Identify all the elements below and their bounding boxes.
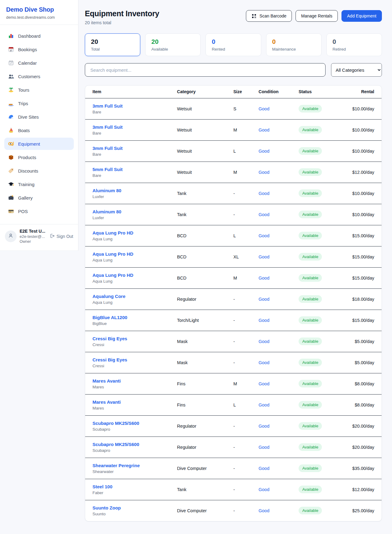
sidebar-item-dashboard[interactable]: Dashboard <box>4 30 74 42</box>
status-cell: Available <box>299 267 343 288</box>
condition-link[interactable]: Good <box>258 233 269 238</box>
condition-link[interactable]: Good <box>258 339 269 344</box>
size-cell: M <box>233 162 258 183</box>
rental-price: $15.00/day <box>343 310 382 331</box>
category-filter-select[interactable]: All Categories <box>331 63 382 77</box>
user-meta: E2E Test U... e2e-tester@... Owner <box>20 229 50 244</box>
condition-link[interactable]: Good <box>258 318 269 323</box>
sidebar-item-tours[interactable]: Tours <box>4 84 74 96</box>
condition-link[interactable]: Good <box>258 381 269 386</box>
sidebar-item-training[interactable]: Training <box>4 178 74 190</box>
training-icon <box>8 181 14 187</box>
item-name-link[interactable]: Steel 100 <box>92 484 175 489</box>
customers-icon <box>8 73 14 79</box>
status-cell: Available <box>299 162 343 183</box>
item-brand: Mares <box>92 385 175 389</box>
item-name-link[interactable]: 3mm Full Suit <box>92 103 175 109</box>
sign-out-button[interactable]: Sign Out <box>50 233 73 239</box>
size-cell: - <box>233 331 258 352</box>
table-row: Aluminum 80LuxferTank-GoodAvailable$10.0… <box>85 204 382 225</box>
item-name-link[interactable]: Mares Avanti <box>92 399 175 405</box>
stat-card-maintenance[interactable]: 0Maintenance <box>266 33 322 56</box>
condition-link[interactable]: Good <box>258 149 269 154</box>
condition-link[interactable]: Good <box>258 445 269 450</box>
item-brand: Scubapro <box>92 448 175 453</box>
size-cell: XL <box>233 246 258 267</box>
sidebar-item-boats[interactable]: Boats <box>4 124 74 136</box>
item-cell: Scubapro MK25/S600Scubapro <box>85 415 177 437</box>
condition-link[interactable]: Good <box>258 128 269 132</box>
rental-price: $5.00/day <box>343 352 382 373</box>
rental-price: $10.00/day <box>343 140 382 162</box>
status-badge: Available <box>299 211 322 218</box>
sidebar-item-discounts[interactable]: Discounts <box>4 165 74 177</box>
scan-barcode-button[interactable]: Scan Barcode <box>246 10 292 22</box>
sidebar-item-label: Tours <box>18 87 29 93</box>
item-name-link[interactable]: Aqualung Core <box>92 294 175 299</box>
sidebar-item-gallery[interactable]: Gallery <box>4 192 74 204</box>
item-name-link[interactable]: Shearwater Peregrine <box>92 463 175 468</box>
stat-card-retired[interactable]: 0Retired <box>326 33 382 56</box>
status-badge: Available <box>299 274 322 282</box>
item-name-link[interactable]: 3mm Full Suit <box>92 124 175 130</box>
filter-bar: All Categories <box>85 63 382 77</box>
condition-link[interactable]: Good <box>258 466 269 471</box>
category-cell: Fins <box>177 394 233 415</box>
search-input[interactable] <box>85 63 326 77</box>
condition-link[interactable]: Good <box>258 276 269 280</box>
condition-link[interactable]: Good <box>258 254 269 259</box>
page-header: Equipment Inventory 20 items total Scan … <box>85 9 382 25</box>
add-equipment-button[interactable]: Add Equipment <box>341 10 382 22</box>
condition-link[interactable]: Good <box>258 360 269 365</box>
sidebar-item-equipment[interactable]: Equipment <box>4 138 74 150</box>
item-name-link[interactable]: Mares Avanti <box>92 378 175 383</box>
item-name-link[interactable]: Aqua Lung Pro HD <box>92 230 175 235</box>
item-name-link[interactable]: Aqua Lung Pro HD <box>92 273 175 278</box>
stat-card-available[interactable]: 20Available <box>145 33 201 56</box>
item-name-link[interactable]: Scubapro MK25/S600 <box>92 421 175 426</box>
stat-card-total[interactable]: 20Total <box>85 33 140 56</box>
sidebar-item-bookings[interactable]: 17Bookings <box>4 43 74 55</box>
condition-link[interactable]: Good <box>258 170 269 175</box>
condition-link[interactable]: Good <box>258 297 269 302</box>
sidebar-item-customers[interactable]: Customers <box>4 70 74 82</box>
sidebar-item-label: Products <box>18 155 36 160</box>
shop-domain: demo.test.divestreams.com <box>6 15 72 20</box>
item-name-link[interactable]: Scubapro MK25/S600 <box>92 442 175 447</box>
condition-link[interactable]: Good <box>258 508 269 513</box>
status-cell: Available <box>299 500 343 521</box>
item-name-link[interactable]: Cressi Big Eyes <box>92 336 175 341</box>
dive-sites-icon <box>8 114 14 120</box>
item-cell: Mares AvantiMares <box>85 373 177 394</box>
condition-cell: Good <box>258 183 299 204</box>
item-cell: Aluminum 80Luxfer <box>85 204 177 225</box>
item-brand: Suunto <box>92 512 175 516</box>
sidebar-item-dive-sites[interactable]: Dive Sites <box>4 111 74 123</box>
condition-link[interactable]: Good <box>258 212 269 217</box>
condition-link[interactable]: Good <box>258 106 269 111</box>
status-badge: Available <box>299 126 322 134</box>
item-brand: Luxfer <box>92 216 175 220</box>
condition-link[interactable]: Good <box>258 191 269 196</box>
condition-link[interactable]: Good <box>258 487 269 492</box>
condition-cell: Good <box>258 352 299 373</box>
item-name-link[interactable]: 3mm Full Suit <box>92 146 175 151</box>
item-name-link[interactable]: Aluminum 80 <box>92 188 175 193</box>
sidebar-item-products[interactable]: Products <box>4 151 74 163</box>
stat-card-rented[interactable]: 0Rented <box>205 33 261 56</box>
sidebar-item-trips[interactable]: Trips <box>4 97 74 109</box>
manage-rentals-button[interactable]: Manage Rentals <box>296 10 338 22</box>
condition-link[interactable]: Good <box>258 402 269 407</box>
sidebar-item-calendar[interactable]: Calendar <box>4 57 74 69</box>
item-name-link[interactable]: Aluminum 80 <box>92 209 175 214</box>
scan-barcode-label: Scan Barcode <box>259 13 286 18</box>
condition-link[interactable]: Good <box>258 424 269 429</box>
item-cell: 5mm Full SuitBare <box>85 162 177 183</box>
item-name-link[interactable]: 5mm Full Suit <box>92 167 175 172</box>
size-cell: - <box>233 310 258 331</box>
item-name-link[interactable]: Aqua Lung Pro HD <box>92 251 175 257</box>
item-name-link[interactable]: Suunto Zoop <box>92 505 175 510</box>
item-name-link[interactable]: BigBlue AL1200 <box>92 315 175 320</box>
sidebar-item-pos[interactable]: POS <box>4 205 74 217</box>
item-name-link[interactable]: Cressi Big Eyes <box>92 357 175 362</box>
